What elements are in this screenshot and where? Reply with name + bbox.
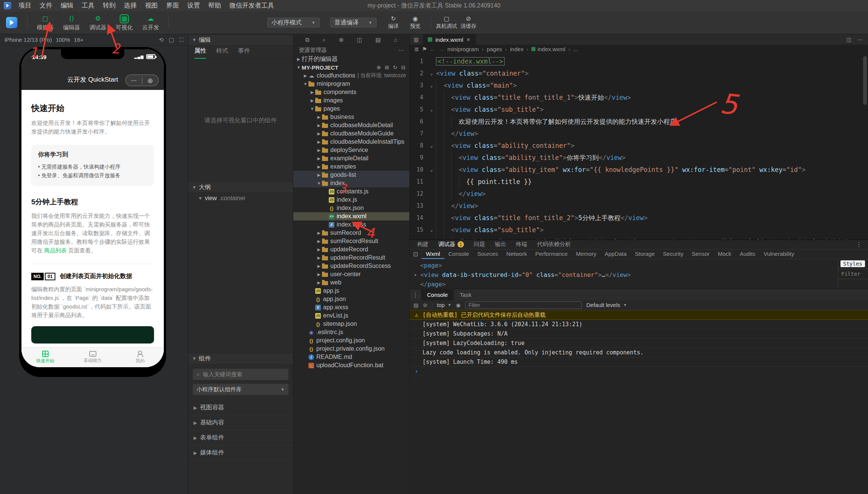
tab-属性[interactable]: 属性 <box>194 47 206 59</box>
action-button-真机调试[interactable]: ▢真机调试 <box>436 15 458 30</box>
devtools-tab-Network[interactable]: Network <box>502 249 531 259</box>
breadcrumb-item-miniprogram[interactable]: miniprogram <box>447 46 479 52</box>
menu-item[interactable]: 选择 <box>120 0 141 11</box>
tab-事件[interactable]: 事件 <box>238 47 250 59</box>
console-tab-Task[interactable]: Task <box>454 289 477 300</box>
tree-item-app.json[interactable]: {}app.json <box>293 295 409 303</box>
search-icon[interactable]: ⌕ <box>322 36 325 43</box>
split-editor-icon[interactable]: ◫ <box>847 36 851 43</box>
code-line[interactable]: 15⌄<view class="sub_title"> <box>410 224 868 236</box>
menu-item[interactable]: 微信开发者工具 <box>225 0 278 11</box>
devtools-tab-Wxml[interactable]: Wxml <box>422 249 444 259</box>
kebab-icon[interactable]: ⋮ <box>853 241 865 248</box>
compile-select[interactable]: 普通编译 ▼ <box>330 18 377 27</box>
zoom-select[interactable]: 100% <box>56 36 70 43</box>
code-line[interactable]: 7</view> <box>410 128 868 140</box>
tabbar-item-基础能力[interactable]: 基础能力 <box>69 348 116 367</box>
tree-item-updateRecordResult[interactable]: ▶updateRecordResult <box>293 254 409 262</box>
debug-tab-代码依赖分析[interactable]: 代码依赖分析 <box>532 240 575 249</box>
toolbar-button-云开发[interactable]: ☁云开发 <box>137 14 164 31</box>
code-line[interactable]: 6欢迎使用云开发！本页将带你了解如何使用云开发提供的能力快速开发小程序。 <box>410 116 868 128</box>
code-line[interactable]: 8⌄<view class="ability_container"> <box>410 140 868 152</box>
tabbar-item-快速开始[interactable]: 快速开始 <box>21 348 69 367</box>
more-actions-icon[interactable]: ⋯ <box>398 47 404 54</box>
fold-icon[interactable]: ⌄ <box>427 224 436 236</box>
fold-icon[interactable]: ⌄ <box>427 164 436 176</box>
toolbar-button-调试器[interactable]: ⚙调试器 <box>85 14 111 31</box>
tree-item-index[interactable]: ▼index <box>293 179 409 187</box>
menu-item[interactable]: 界面 <box>162 0 183 11</box>
context-select[interactable]: top ▼ <box>437 302 452 308</box>
debug-tab-构建[interactable]: 构建 <box>413 240 433 249</box>
tab-样式[interactable]: 样式 <box>216 47 228 59</box>
code-line[interactable]: 11{{ point.title }} <box>410 176 868 188</box>
breadcrumb-item-index.wxml[interactable]: index.wxml <box>531 46 565 52</box>
code-line[interactable]: 12</view> <box>410 188 868 200</box>
outline-item-view[interactable]: ▼ view .container <box>188 193 293 204</box>
code-line[interactable]: 14<view class="title font_title_2">5分钟上手… <box>410 212 868 224</box>
code-editor[interactable]: 1<!--index.wxml-->2⌄<view class="contain… <box>410 54 868 239</box>
menu-item[interactable]: 设置 <box>183 0 204 11</box>
console-message[interactable]: › <box>410 367 868 376</box>
tree-item-pages[interactable]: ▼pages <box>293 105 409 113</box>
tree-item-.eslintrc.js[interactable]: ◉.eslintrc.js <box>293 328 409 336</box>
code-line[interactable]: 13</view> <box>410 200 868 212</box>
close-icon[interactable]: ✕ <box>466 37 470 43</box>
devtools-tab-Sources[interactable]: Sources <box>473 249 502 259</box>
eye-icon[interactable]: ◉ <box>456 302 461 308</box>
new-file-icon[interactable]: ⊕ <box>339 36 344 43</box>
component-library-select[interactable]: 小程序默认组件库 ▼ <box>193 384 288 395</box>
tree-item-cloudfunctions[interactable]: ▶☁cloudfunctions| 当前环境: twistcoze <box>293 71 409 80</box>
breadcrumb-item-pages[interactable]: pages <box>487 46 502 52</box>
menu-item[interactable]: 项目 <box>14 0 35 11</box>
tree-item-index.wxml[interactable]: <>index.wxml <box>293 212 409 220</box>
tree-item-updateRecord[interactable]: ▶updateRecord <box>293 245 409 254</box>
devtools-tab-Mock[interactable]: Mock <box>714 249 735 259</box>
code-line[interactable]: 5⌄<view class="sub_title"> <box>410 103 868 116</box>
tree-item-examples[interactable]: ▶examples <box>293 163 409 171</box>
wxml-node[interactable]: ▸<view data-ib-structured-id="0" class="… <box>420 270 868 280</box>
tree-item-cloudbaseModuleGuide[interactable]: ▶cloudbaseModuleGuide <box>293 129 409 138</box>
tree-item-envList.js[interactable]: JSenvList.js <box>293 312 409 320</box>
goods-list-link[interactable]: 商品列表 <box>44 247 67 254</box>
editor-tab-index-wxml[interactable]: index.wxml ✕ <box>423 34 476 45</box>
component-category-视图容器[interactable]: ▶视图容器 <box>188 400 293 415</box>
tree-item-index.js[interactable]: JSindex.js <box>293 196 409 204</box>
fold-icon[interactable]: ⌄ <box>427 103 436 116</box>
menu-item[interactable]: 文件 <box>35 0 56 11</box>
action-button-清缓存[interactable]: ⊘清缓存 <box>458 15 479 30</box>
breadcrumb-item-index[interactable]: index <box>510 46 523 52</box>
component-category-基础内容[interactable]: ▶基础内容 <box>188 415 293 430</box>
files-icon[interactable]: ⧉ <box>305 36 310 43</box>
more-actions-icon[interactable]: ⋯ <box>857 36 863 43</box>
toolbar-button-编辑器[interactable]: ⟨⟩编辑器 <box>58 14 85 31</box>
tree-item-app.wxss[interactable]: #app.wxss <box>293 303 409 312</box>
component-search-input[interactable]: ⌕ 输入关键词搜索 <box>193 369 288 380</box>
refresh-icon[interactable]: ↻ <box>393 64 398 70</box>
tree-item-components[interactable]: ▶components <box>293 88 409 96</box>
tree-item-cloudbaseModuleDetail[interactable]: ▶cloudbaseModuleDetail <box>293 121 409 129</box>
back-icon[interactable]: ← <box>430 46 436 52</box>
console-tab-Console[interactable]: Console <box>421 289 454 300</box>
tree-item-index.wxss[interactable]: #index.wxss <box>293 220 409 229</box>
component-category-媒体组件[interactable]: ▶媒体组件 <box>188 445 293 461</box>
book-icon[interactable]: ⌂ <box>394 36 397 43</box>
wxml-node[interactable]: </page> <box>420 280 868 289</box>
menu-item[interactable]: 编辑 <box>56 0 78 11</box>
outline-section-header[interactable]: ▼ 大纲 <box>188 182 293 193</box>
tree-item-web[interactable]: ▶web <box>293 278 409 287</box>
devtools-tab-Sensor[interactable]: Sensor <box>688 249 714 259</box>
debug-tab-输出[interactable]: 输出 <box>490 240 511 249</box>
tree-item-app.js[interactable]: JSapp.js <box>293 287 409 295</box>
tree-item-updateRecordSuccess[interactable]: ▶updateRecordSuccess <box>293 262 409 270</box>
kebab-icon[interactable]: ⋮ <box>410 289 421 300</box>
debug-tab-问题[interactable]: 问题 <box>469 240 490 249</box>
inspect-icon[interactable]: ⊡ <box>410 249 422 259</box>
bookmark-icon[interactable]: ⚑ <box>422 46 427 53</box>
network-select[interactable]: 16+ <box>74 36 83 43</box>
device-select[interactable]: iPhone 12/13 (Pro) <box>5 36 52 43</box>
screenshot-icon[interactable]: ▢ <box>169 36 174 43</box>
tree-item-cloudbaseModuleInstallTips[interactable]: ▶cloudbaseModuleInstallTips <box>293 138 409 146</box>
devtools-tab-AppData[interactable]: AppData <box>601 249 631 259</box>
rotate-icon[interactable]: ⟲ <box>159 36 164 43</box>
